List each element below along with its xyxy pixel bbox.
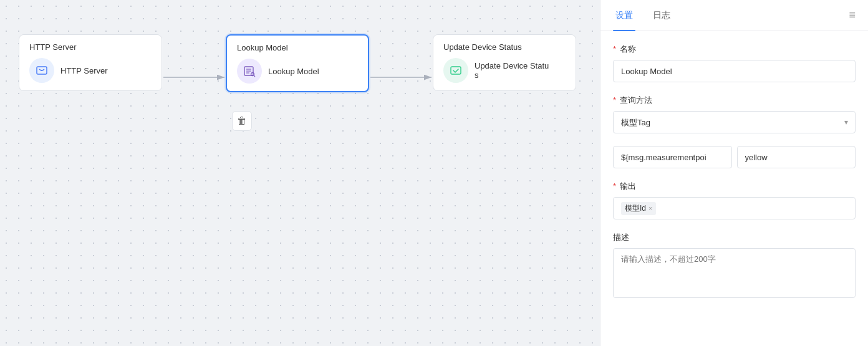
- required-mark-name: *: [613, 44, 616, 54]
- query-params-row: [613, 146, 856, 168]
- panel-tabs: 设置 日志 ≡: [600, 0, 868, 31]
- field-label-query-method: * 查询方法: [613, 95, 856, 106]
- field-group-query-method: * 查询方法 模型Tag ▾: [613, 95, 856, 133]
- description-textarea[interactable]: [613, 248, 856, 298]
- field-label-name: * 名称: [613, 44, 856, 55]
- query-method-select-wrap: 模型Tag ▾: [613, 111, 856, 133]
- field-label-description: 描述: [613, 232, 856, 243]
- field-label-output: * 输出: [613, 181, 856, 192]
- tag-close-icon[interactable]: ×: [649, 204, 652, 212]
- field-group-output: * 输出 模型Id ×: [613, 181, 856, 219]
- node-http-server-label: HTTP Server: [60, 66, 108, 75]
- node-lookup-model-title: Lookup Model: [237, 43, 358, 52]
- required-mark-output: *: [613, 181, 616, 191]
- svg-rect-11: [451, 67, 461, 74]
- node-update-device-status-label: Update Device Status: [475, 61, 549, 80]
- canvas-area[interactable]: HTTP Server HTTP Server Lookup Model: [0, 0, 600, 346]
- query-param1-input[interactable]: [613, 146, 732, 168]
- node-lookup-model-icon: [237, 59, 262, 84]
- query-method-select[interactable]: 模型Tag: [613, 111, 856, 133]
- trash-icon: 🗑: [237, 115, 247, 127]
- field-group-query-params: [613, 146, 856, 168]
- node-http-server[interactable]: HTTP Server HTTP Server: [19, 34, 162, 91]
- node-http-server-icon: [29, 58, 54, 83]
- output-tag-input[interactable]: 模型Id ×: [613, 197, 856, 219]
- menu-icon[interactable]: ≡: [849, 9, 856, 22]
- svg-point-4: [41, 70, 42, 71]
- node-lookup-model[interactable]: Lookup Model Lookup Model: [226, 34, 369, 92]
- panel-content: * 名称 * 查询方法 模型Tag ▾: [600, 31, 868, 346]
- field-group-name: * 名称: [613, 44, 856, 82]
- node-lookup-model-label: Lookup Model: [268, 67, 319, 76]
- svg-line-10: [254, 75, 255, 77]
- node-http-server-title: HTTP Server: [29, 42, 152, 52]
- field-group-description: 描述: [613, 232, 856, 300]
- tab-settings[interactable]: 设置: [613, 0, 635, 31]
- right-panel: 设置 日志 ≡ * 名称 * 查询方法 模型Tag ▾: [600, 0, 868, 346]
- output-tag-model-id: 模型Id ×: [621, 202, 656, 215]
- delete-button[interactable]: 🗑: [232, 111, 252, 131]
- tab-log[interactable]: 日志: [650, 0, 673, 31]
- name-input[interactable]: [613, 60, 856, 82]
- node-update-device-status-icon: [443, 58, 468, 83]
- node-update-device-status-title: Update Device Status: [443, 42, 566, 52]
- required-mark-query: *: [613, 95, 616, 105]
- node-update-device-status[interactable]: Update Device Status Update Device Statu…: [433, 34, 576, 91]
- query-param2-input[interactable]: [737, 146, 856, 168]
